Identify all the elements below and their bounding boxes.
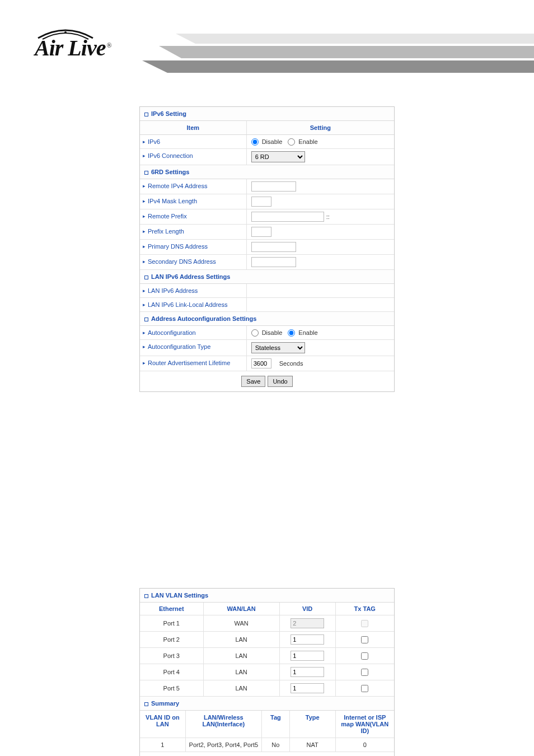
autoconf-label: Autoconfiguration [140,326,247,339]
prefix-len-input[interactable] [251,227,271,237]
header-stripe-icon [142,34,534,73]
bullet-icon [144,113,148,116]
port-label: Port 3 [140,648,204,664]
ipv4-mask-len-input[interactable] [251,197,271,207]
autoconf-enable-radio[interactable] [288,329,295,337]
lan-ipv6-addr-value [247,284,394,297]
vid-input[interactable] [291,651,324,661]
txtag-checkbox[interactable] [361,652,368,660]
port-role: WAN [204,615,280,631]
row-ipv6: IPv6 Disable Enable [140,135,394,149]
vid-input[interactable] [291,634,324,645]
bullet-icon [144,276,148,279]
prefix-sep: :: [326,213,330,220]
sixrd-section-title: 6RD Settings [140,165,394,179]
lan-ipv6-addr-label: LAN IPv6 Address [140,284,247,297]
lifetime-label: Router Advertisement Lifetime [140,356,247,371]
brand-name: Air Live [35,35,105,60]
secondary-dns-label: Secondary DNS Address [140,255,247,269]
vlan-panel: LAN VLAN Settings Ethernet WAN/LAN VID T… [139,588,395,756]
vlan-button-row: Save Undo WAN VLAN Settings [140,752,394,756]
autoconf-section-title: Address Autoconfiguration Settings [140,312,394,326]
ipv6-enable-radio[interactable] [288,138,295,146]
hdr-iface: LAN/Wireless LAN(Interface) [186,711,262,738]
ipv6-connection-select[interactable]: 6 RD [251,151,305,162]
bullet-icon [144,318,148,321]
page-header: Air Live® [0,0,534,73]
port-label: Port 1 [140,615,204,631]
save-button[interactable]: Save [241,376,265,387]
remote-prefix-input[interactable] [251,212,324,222]
remote-ipv4-label: Remote IPv4 Address [140,179,247,194]
bullet-icon [144,171,148,175]
vlan-row-port5: Port 5 LAN [140,680,394,697]
bullet-icon [144,594,148,598]
hdr-wan-lan: WAN/LAN [204,603,280,615]
autoconf-disable-radio[interactable] [251,329,259,337]
port-role: LAN [204,648,280,664]
ipv6-label: IPv6 [140,135,247,148]
hdr-map: Internet or ISP map WAN(VLAN ID) [336,711,394,738]
hdr-type: Type [290,711,336,738]
vlan-row-port3: Port 3 LAN [140,648,394,664]
vid-input[interactable] [291,683,324,693]
secondary-dns-input[interactable] [251,257,296,267]
vlan-row-port4: Port 4 LAN [140,664,394,680]
sum-iface: Port2, Port3, Port4, Port5 [186,738,262,752]
logo: Air Live® [35,27,111,59]
registered-mark: ® [106,41,111,49]
summary-data-row: 1 Port2, Port3, Port4, Port5 No NAT 0 [140,738,394,752]
ipv6-value: Disable Enable [247,135,394,148]
logo-text: Air Live® [35,37,111,59]
summary-section-title: Summary [140,697,394,711]
txtag-checkbox[interactable] [361,685,368,692]
lifetime-input[interactable] [251,358,271,368]
ipv6-panel: IPv6 Setting Item Setting IPv6 Disable E… [139,106,395,392]
autoconf-type-label: Autoconfiguration Type [140,340,247,356]
ipv6-connection-value: 6 RD [247,149,394,165]
undo-button[interactable]: Undo [268,376,292,387]
remote-ipv4-input[interactable] [251,181,296,192]
svg-point-0 [64,31,67,34]
port-label: Port 5 [140,680,204,696]
port-role: LAN [204,632,280,647]
txtag-checkbox[interactable] [361,636,368,643]
vid-input [291,618,324,628]
vid-input[interactable] [291,667,324,677]
ipv6-section-title: IPv6 Setting [140,107,394,121]
prefix-len-label: Prefix Length [140,225,247,239]
port-label: Port 4 [140,664,204,680]
port-label: Port 2 [140,632,204,647]
primary-dns-input[interactable] [251,242,296,252]
autoconf-type-select[interactable]: Stateless [251,342,305,353]
ipv6-disable-radio[interactable] [251,138,259,146]
lan-ipv6-link-local-label: LAN IPv6 Link-Local Address [140,298,247,311]
hdr-ethernet: Ethernet [140,603,204,615]
port-role: LAN [204,664,280,680]
svg-marker-1 [176,34,534,44]
ipv4-mask-len-label: IPv4 Mask Length [140,194,247,209]
lan-ipv6-link-local-value [247,298,394,311]
sum-vlan-id: 1 [140,738,186,752]
vlan-row-port2: Port 2 LAN [140,632,394,648]
vlan-row-port1: Port 1 WAN [140,615,394,632]
sum-map: 0 [336,738,394,752]
lifetime-unit: Seconds [279,360,303,367]
hdr-vid: VID [280,603,336,615]
row-ipv6-connection: IPv6 Connection 6 RD [140,149,394,165]
hdr-vlan-id: VLAN ID on LAN [140,711,186,738]
svg-marker-2 [159,46,534,58]
bullet-icon [144,702,148,706]
summary-header-row: VLAN ID on LAN LAN/Wireless LAN(Interfac… [140,711,394,738]
lan-ipv6-section-title: LAN IPv6 Address Settings [140,270,394,284]
svg-marker-3 [142,60,534,73]
remote-prefix-label: Remote Prefix [140,209,247,224]
ipv6-header-row: Item Setting [140,121,394,135]
sum-tag: No [262,738,290,752]
port-role: LAN [204,680,280,696]
ipv6-connection-label: IPv6 Connection [140,149,247,165]
txtag-checkbox[interactable] [361,669,368,676]
hdr-tag: Tag [262,711,290,738]
hdr-txtag: Tx TAG [336,603,394,615]
vlan-section-title: LAN VLAN Settings [140,589,394,603]
